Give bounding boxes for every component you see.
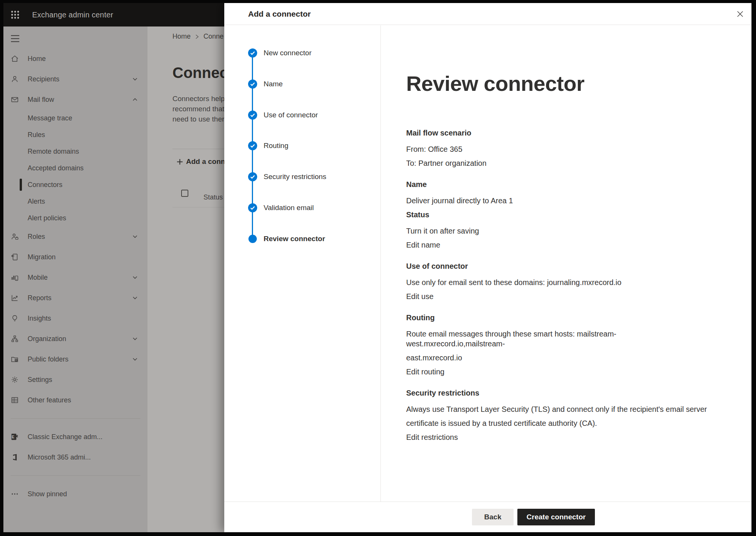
sidebar-item-label: Mail flow — [28, 96, 54, 104]
wizard-step-use-of-connector[interactable]: Use of connector — [248, 111, 318, 120]
sidebar-item-label: Accepted domains — [28, 164, 84, 172]
sidebar-item-home[interactable]: Home — [3, 48, 147, 69]
classic-exchange-icon: E — [11, 433, 19, 441]
sidebar-item-migration[interactable]: Migration — [3, 247, 147, 267]
add-connector-button[interactable]: Add a conn — [176, 156, 225, 167]
review-section-use-of-connector: Use of connectorUse only for email sent … — [406, 261, 709, 301]
chevron-down-icon — [132, 295, 138, 301]
wizard-step-label: Name — [264, 80, 283, 88]
sidebar-item-label: Message trace — [28, 114, 72, 122]
sidebar-item-label: Alert policies — [28, 214, 66, 222]
sidebar-item-settings[interactable]: Settings — [3, 369, 147, 390]
sidebar-item-remote-domains[interactable]: Remote domains — [3, 143, 147, 160]
sidebar-item-rules[interactable]: Rules — [3, 126, 147, 143]
step-completed-icon — [248, 111, 257, 120]
section-line: Always use Transport Layer Security (TLS… — [406, 404, 709, 414]
dialog-title: Add a connector — [248, 3, 311, 25]
review-section-mail-flow-scenario: Mail flow scenarioFrom: Office 365To: Pa… — [406, 128, 709, 168]
ellipsis-icon — [11, 490, 19, 498]
section-line: Use only for email sent to these domains… — [406, 277, 709, 287]
edit-link-edit-name[interactable]: Edit name — [406, 240, 709, 250]
review-title: Review connector — [406, 72, 729, 96]
nav-list: HomeRecipientsMail flowMessage traceRule… — [3, 48, 147, 504]
nav-divider — [11, 418, 140, 419]
sidebar-item-label: Mobile — [28, 274, 48, 282]
sidebar-item-show-pinned[interactable]: Show pinned — [3, 484, 147, 504]
roles-icon — [11, 232, 19, 241]
status-column-header: Status — [203, 193, 223, 201]
edit-link-edit-use[interactable]: Edit use — [406, 291, 709, 301]
breadcrumb-chevron-icon — [194, 34, 200, 39]
sidebar-item-classic-exchange-adm[interactable]: EClassic Exchange adm... — [3, 427, 147, 447]
sidebar-item-roles[interactable]: Roles — [3, 226, 147, 247]
step-completed-icon — [248, 172, 257, 181]
chevron-up-icon — [132, 97, 138, 103]
close-icon — [736, 10, 744, 18]
chevron-down-icon — [132, 234, 138, 240]
sidebar-item-other-features[interactable]: Other features — [3, 390, 147, 410]
wizard-step-name[interactable]: Name — [248, 79, 283, 89]
sidebar-item-label: Microsoft 365 admi... — [28, 453, 91, 461]
chevron-down-icon — [132, 76, 138, 82]
close-button[interactable] — [733, 7, 747, 21]
left-nav: HomeRecipientsMail flowMessage traceRule… — [3, 26, 147, 532]
insights-icon — [11, 314, 19, 323]
sidebar-item-public-folders[interactable]: Public folders — [3, 349, 147, 369]
sidebar-item-label: Alerts — [28, 198, 45, 206]
app-window: Exchange admin center HomeRecipientsMail… — [3, 3, 751, 532]
sidebar-item-label: Other features — [28, 396, 71, 404]
nav-divider — [11, 475, 140, 476]
sidebar-item-label: Migration — [28, 253, 56, 261]
select-all-checkbox[interactable] — [181, 190, 188, 197]
wizard-step-label: Review connector — [264, 235, 325, 243]
edit-link-edit-routing[interactable]: Edit routing — [406, 367, 709, 377]
page-intro-text: Connectors help recommend that need to u… — [172, 93, 225, 124]
sidebar-item-reports[interactable]: Reports — [3, 288, 147, 308]
sidebar-item-alerts[interactable]: Alerts — [3, 193, 147, 210]
dialog-body: New connectorNameUse of connectorRouting… — [224, 25, 751, 502]
sidebar-item-connectors[interactable]: Connectors — [3, 176, 147, 193]
section-line: From: Office 365 — [406, 144, 709, 154]
sidebar-item-label: Organization — [28, 335, 66, 343]
sidebar-item-alert-policies[interactable]: Alert policies — [3, 210, 147, 226]
chevron-down-icon — [132, 356, 138, 362]
home-icon — [11, 55, 19, 63]
sidebar-item-accepted-domains[interactable]: Accepted domains — [3, 160, 147, 176]
step-completed-icon — [248, 79, 257, 89]
sidebar-item-insights[interactable]: Insights — [3, 308, 147, 329]
breadcrumb-home-link[interactable]: Home — [172, 33, 191, 41]
sidebar-item-mobile[interactable]: Mobile — [3, 267, 147, 288]
sidebar-item-message-trace[interactable]: Message trace — [3, 110, 147, 126]
plus-icon — [176, 158, 184, 166]
wizard-step-validation-email[interactable]: Validation email — [248, 203, 314, 212]
back-button[interactable]: Back — [472, 509, 514, 525]
sidebar-item-microsoft-365-admi[interactable]: Microsoft 365 admi... — [3, 447, 147, 467]
microsoft-365-icon — [11, 453, 19, 461]
create-connector-button[interactable]: Create connector — [517, 509, 595, 525]
step-completed-icon — [248, 48, 257, 58]
section-heading: Security restrictions — [406, 388, 709, 398]
reports-icon — [11, 294, 19, 302]
section-line: certificate is issued by a trusted certi… — [406, 418, 709, 428]
sidebar-item-label: Public folders — [28, 355, 68, 363]
step-current-icon — [248, 234, 257, 243]
edit-link-edit-restrictions[interactable]: Edit restrictions — [406, 432, 709, 442]
wizard-step-label: Security restrictions — [264, 173, 326, 181]
sidebar-item-organization[interactable]: Organization — [3, 329, 147, 349]
sidebar-item-recipients[interactable]: Recipients — [3, 69, 147, 89]
sidebar-item-label: Roles — [28, 233, 45, 241]
section-line: Turn it on after saving — [406, 226, 709, 236]
wizard-step-security-restrictions[interactable]: Security restrictions — [248, 172, 326, 181]
sidebar-item-label: Rules — [28, 131, 45, 139]
sidebar-item-label: Classic Exchange adm... — [28, 433, 102, 441]
wizard-step-routing[interactable]: Routing — [248, 141, 289, 150]
selected-indicator — [20, 179, 22, 191]
sidebar-item-mail-flow[interactable]: Mail flow — [3, 89, 147, 110]
app-launcher-waffle-icon[interactable] — [11, 10, 20, 19]
mobile-icon — [11, 273, 19, 282]
wizard-step-new-connector[interactable]: New connector — [248, 48, 312, 58]
section-line: Route email messages through these smart… — [406, 329, 709, 349]
wizard-step-review-connector[interactable]: Review connector — [248, 234, 325, 243]
hamburger-menu-icon[interactable] — [11, 35, 20, 42]
section-heading: Mail flow scenario — [406, 128, 709, 138]
